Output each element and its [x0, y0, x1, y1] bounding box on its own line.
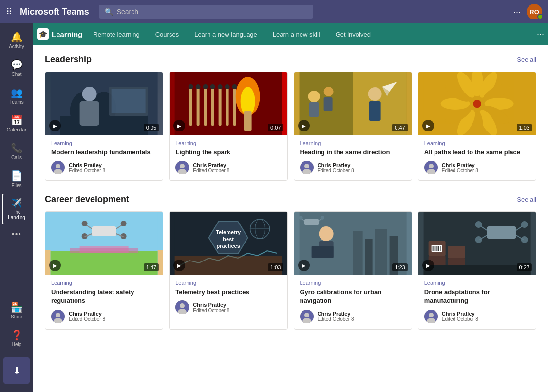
play-button-7[interactable]: ▶	[298, 260, 310, 271]
author-avatar-8	[424, 310, 438, 323]
tab-courses[interactable]: Courses	[149, 28, 186, 41]
duration-4: 1:03	[517, 124, 532, 131]
tab-more-button[interactable]: ···	[537, 29, 544, 39]
author-name-1: Chris Pratley	[69, 162, 105, 168]
play-button-4[interactable]: ▶	[422, 120, 434, 131]
card-thumb-6: Telemetry best practices	[170, 212, 287, 275]
card-all-paths[interactable]: ▶ 1:03 Learning All paths lead to the sa…	[418, 72, 536, 181]
sidebar-item-calendar[interactable]: 📅 Calendar	[2, 111, 31, 136]
card-telemetry[interactable]: Telemetry best practices	[169, 211, 287, 329]
svg-point-62	[429, 164, 434, 168]
svg-point-104	[320, 216, 324, 220]
author-date-8: Edited October 8	[442, 317, 478, 322]
card-gyro[interactable]: ▶ 1:23 Learning Gyro calibrations for ur…	[294, 211, 412, 329]
main-layout: 🔔 Activity 💬 Chat 👥 Teams 📅 Calendar 📞 C…	[0, 23, 548, 392]
card-safety-regulations[interactable]: ▶ 1:47 Learning Understanding latest saf…	[45, 211, 163, 329]
svg-rect-119	[487, 226, 516, 239]
svg-rect-17	[226, 87, 229, 126]
svg-point-21	[203, 84, 208, 89]
sidebar-item-help[interactable]: ❓ Help	[2, 325, 31, 351]
sidebar-item-chat[interactable]: 💬 Chat	[2, 55, 31, 81]
svg-point-60	[473, 100, 481, 108]
download-area: ⬇	[0, 353, 34, 388]
teams-icon: 👥	[11, 87, 23, 98]
sidebar-item-activity[interactable]: 🔔 Activity	[2, 27, 31, 53]
svg-point-78	[56, 313, 60, 317]
play-button-1[interactable]: ▶	[49, 120, 61, 131]
download-button[interactable]: ⬇	[3, 357, 30, 384]
author-info-4: Chris Pratley Edited October 8	[442, 162, 478, 173]
leadership-see-all[interactable]: See all	[517, 56, 536, 63]
svg-point-36	[323, 87, 333, 96]
card-thumb-7: ▶ 1:23	[294, 212, 412, 275]
author-info-8: Chris Pratley Edited October 8	[442, 311, 478, 322]
svg-rect-114	[432, 246, 433, 251]
svg-text:practices: practices	[217, 243, 240, 249]
activity-icon: 🔔	[11, 31, 23, 43]
tab-learn-new-skill[interactable]: Learn a new skill	[266, 28, 327, 41]
sidebar-item-more[interactable]: •••	[2, 226, 31, 243]
svg-point-39	[368, 87, 381, 101]
author-name-7: Chris Pratley	[318, 311, 354, 317]
svg-rect-18	[233, 87, 236, 126]
svg-rect-40	[369, 101, 380, 121]
author-avatar-2	[175, 161, 189, 174]
svg-rect-115	[434, 246, 435, 251]
play-button-3[interactable]: ▶	[298, 120, 310, 131]
more-options-button[interactable]: ···	[513, 7, 521, 17]
author-date-7: Edited October 8	[318, 317, 354, 322]
search-bar[interactable]: 🔍	[99, 5, 313, 19]
card-title-1: Modern leadership fundamentals	[51, 148, 157, 157]
svg-text:Telemetry: Telemetry	[216, 229, 241, 235]
author-date-5: Edited October 8	[69, 317, 105, 322]
topbar-right: ··· RO	[513, 4, 542, 19]
sidebar-item-store[interactable]: 🏪 Store	[2, 298, 31, 323]
card-drone-manufacturing[interactable]: ▶ 0:27 Learning Drone adaptations for ma…	[418, 211, 536, 329]
tab-remote-learning[interactable]: Remote learning	[86, 28, 146, 41]
svg-point-24	[225, 84, 230, 89]
author-date-2: Edited October 8	[193, 168, 229, 173]
svg-rect-37	[323, 97, 332, 111]
author-avatar-7	[300, 310, 314, 323]
duration-6: 1:03	[268, 263, 283, 271]
card-body-2: Learning Lighting the spark	[170, 135, 287, 180]
search-input[interactable]	[117, 8, 307, 16]
card-author-6: Chris Pratley Edited October 8	[175, 300, 281, 314]
sidebar: 🔔 Activity 💬 Chat 👥 Teams 📅 Calendar 📞 C…	[0, 23, 33, 392]
svg-point-106	[304, 313, 309, 317]
svg-rect-3	[60, 116, 148, 135]
svg-rect-65	[51, 251, 158, 275]
landing-icon: ✈️	[11, 198, 22, 208]
career-section-header: Career development See all	[45, 194, 536, 205]
channel-logo-icon: 🎓	[37, 28, 49, 40]
career-see-all[interactable]: See all	[517, 196, 536, 203]
card-lighting-spark[interactable]: ▶ 0:07 Learning Lighting the spark	[169, 72, 287, 181]
svg-rect-99	[311, 246, 333, 258]
card-title-6: Telemetry best practices	[175, 288, 281, 297]
tab-learn-new-language[interactable]: Learn a new language	[188, 28, 264, 41]
sidebar-item-teams[interactable]: 👥 Teams	[2, 83, 31, 109]
sidebar-label-files: Files	[11, 183, 21, 188]
card-title-3: Heading in the same direction	[300, 148, 406, 157]
tab-get-involved[interactable]: Get involved	[329, 28, 378, 41]
sidebar-item-the-landing[interactable]: ✈️ The Landing	[2, 194, 31, 224]
sidebar-item-files[interactable]: 📄 Files	[2, 166, 31, 192]
author-info-6: Chris Pratley Edited October 8	[193, 302, 229, 313]
svg-point-4	[82, 87, 97, 101]
play-button-8[interactable]: ▶	[422, 260, 434, 271]
card-author-5: Chris Pratley Edited October 8	[51, 310, 157, 323]
play-button-5[interactable]: ▶	[49, 260, 61, 271]
svg-point-20	[196, 84, 201, 89]
card-modern-leadership[interactable]: ▶ 0:05 Learning Modern leadership fundam…	[45, 72, 163, 181]
author-info-3: Chris Pratley Edited October 8	[318, 162, 354, 173]
svg-point-130	[429, 313, 434, 317]
sidebar-item-calls[interactable]: 📞 Calls	[2, 138, 31, 164]
app-grid-icon[interactable]: ⠿	[6, 6, 12, 17]
svg-rect-93	[353, 231, 362, 275]
channel-logo: 🎓 Learning	[37, 28, 82, 40]
card-title-8: Drone adaptations for manufacturing	[424, 288, 530, 305]
user-avatar-wrap[interactable]: RO	[527, 4, 542, 19]
svg-point-9	[56, 164, 60, 168]
sidebar-label-calendar: Calendar	[7, 127, 27, 132]
card-heading-direction[interactable]: ▶ 0:47 Learning Heading in the same dire…	[294, 72, 412, 181]
